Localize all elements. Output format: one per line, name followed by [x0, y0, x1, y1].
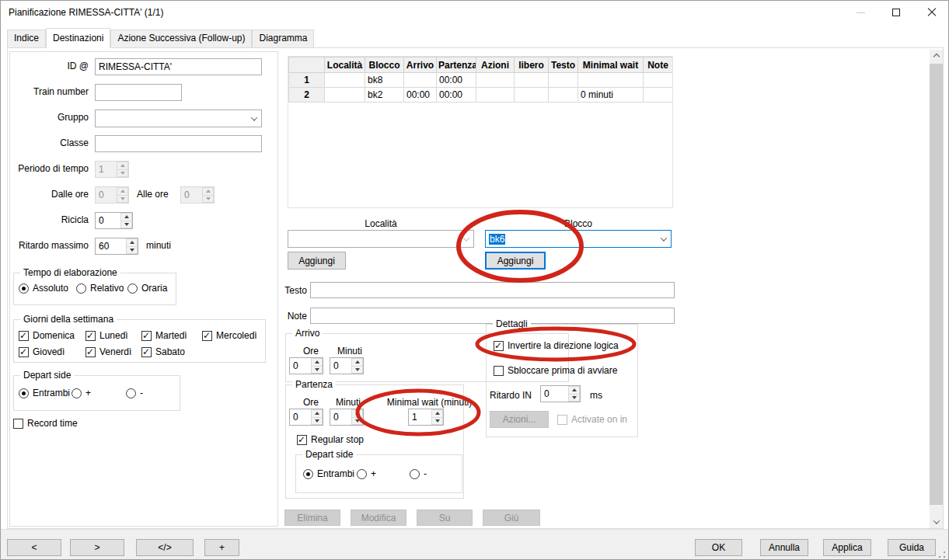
spinner-down-icon[interactable] — [120, 221, 132, 229]
tab-diagramma[interactable]: Diagramma — [252, 30, 314, 47]
id-label: ID @ — [8, 61, 89, 71]
col-localita[interactable]: Località — [325, 57, 365, 73]
depart-side-title: Depart side — [302, 449, 356, 460]
radio-icon — [19, 388, 29, 398]
localita-combo[interactable] — [288, 230, 474, 248]
tab-indice[interactable]: Indice — [7, 30, 46, 47]
maximize-button[interactable] — [878, 1, 914, 24]
col-testo[interactable]: Testo — [549, 57, 578, 73]
resize-grip[interactable] — [938, 551, 946, 558]
arrivo-ore-spinner[interactable]: 0 — [289, 357, 323, 374]
col-partenza[interactable]: Partenza — [437, 57, 476, 73]
checkbox-invertire-direzione[interactable]: Invertire la direzione logica — [494, 340, 619, 351]
spinner-up-icon[interactable] — [431, 409, 443, 418]
checkbox-martedi[interactable]: Martedì — [141, 330, 187, 341]
checkbox-domenica[interactable]: Domenica — [19, 330, 75, 341]
spinner-up-icon[interactable] — [311, 409, 323, 418]
spinner-down-icon[interactable] — [431, 418, 443, 426]
col-libero[interactable]: libero — [515, 57, 549, 73]
partenza-title: Partenza — [292, 379, 336, 390]
spinner-up-icon[interactable] — [311, 358, 323, 367]
spinner-up-icon[interactable] — [120, 213, 132, 221]
ok-button[interactable]: OK — [695, 539, 742, 556]
gruppo-combo[interactable] — [95, 110, 262, 127]
spinner-down-icon[interactable] — [311, 367, 323, 374]
destinations-list[interactable]: Località Blocco Arrivo Partenza Azioni l… — [288, 56, 673, 208]
col-note[interactable]: Note — [644, 57, 673, 73]
radio-icon — [410, 469, 420, 479]
aggiungi-localita-button[interactable]: Aggiungi — [288, 252, 346, 270]
partenza-minuti-spinner[interactable]: 0 — [330, 409, 364, 426]
ritardo-massimo-spinner[interactable]: 60 — [95, 238, 138, 255]
spinner-down-icon[interactable] — [311, 418, 323, 426]
col-azioni[interactable]: Azioni — [476, 57, 515, 73]
table-row[interactable]: 1 bk8 00:00 — [289, 73, 673, 88]
table-row[interactable]: 2 bk2 00:00 00:00 0 minuti — [289, 88, 673, 103]
guida-button[interactable]: Guida — [888, 539, 936, 556]
spinner-up-icon[interactable] — [351, 409, 363, 418]
classe-field[interactable] — [95, 135, 262, 152]
train-number-field[interactable] — [95, 84, 182, 101]
radio-minus[interactable]: - — [410, 468, 427, 479]
radio-icon — [72, 388, 82, 398]
checkbox-sabato[interactable]: Sabato — [141, 346, 185, 357]
title-bar[interactable]: Pianificazione RIMESSA-CITTA' (1/1) — [1, 1, 948, 24]
checkbox-lunedi[interactable]: Lunedì — [85, 330, 128, 341]
checkbox-giovedi[interactable]: Giovedì — [19, 346, 65, 357]
modifica-button: Modifica — [351, 510, 406, 526]
code-button[interactable]: </> — [136, 539, 194, 556]
scroll-down-button[interactable] — [930, 515, 943, 528]
scrollbar-thumb[interactable] — [930, 64, 943, 505]
spinner-up-icon[interactable] — [126, 238, 138, 247]
spinner-up-icon[interactable] — [568, 386, 580, 395]
prev-button[interactable]: < — [7, 539, 61, 556]
col-minimal-wait[interactable]: Minimal wait — [578, 57, 644, 73]
col-blocco[interactable]: Blocco — [365, 57, 404, 73]
radio-plus[interactable]: + — [357, 468, 376, 479]
radio-plus-left[interactable]: + — [72, 388, 91, 398]
annulla-button[interactable]: Annulla — [760, 539, 808, 556]
blocco-combo[interactable]: bk6 — [485, 230, 672, 248]
spinner-down-icon[interactable] — [126, 247, 138, 255]
tab-destinazioni[interactable]: Destinazioni — [46, 28, 110, 48]
vertical-scrollbar[interactable] — [930, 50, 943, 528]
spinner-down-icon[interactable] — [568, 395, 580, 402]
checkbox-mercoledi[interactable]: Mercoledì — [202, 330, 257, 341]
checkbox-icon — [85, 331, 96, 341]
close-button[interactable] — [914, 1, 949, 24]
radio-entrambi-left[interactable]: Entrambi — [19, 388, 70, 398]
minimize-button[interactable] — [843, 1, 878, 24]
partenza-ore-label: Ore — [303, 397, 319, 408]
radio-oraria[interactable]: Oraria — [127, 283, 167, 294]
checkbox-regular-stop[interactable]: Regular stop — [297, 434, 364, 445]
radio-relativo[interactable]: Relativo — [76, 283, 124, 294]
aggiungi-blocco-button[interactable]: Aggiungi — [485, 252, 546, 270]
testo-field[interactable] — [310, 282, 675, 298]
ritardo-in-unit: ms — [590, 390, 602, 401]
spinner-down-icon[interactable] — [351, 367, 363, 374]
radio-icon — [357, 469, 367, 479]
tab-azione-successiva[interactable]: Azione Successiva (Follow-up) — [110, 30, 252, 47]
ricicla-spinner[interactable]: 0 — [95, 212, 133, 229]
checkbox-record-time[interactable]: Record time — [13, 418, 78, 429]
id-field[interactable] — [95, 58, 262, 75]
add-button[interactable]: + — [204, 539, 239, 556]
checkbox-sbloccare[interactable]: Sbloccare prima di avviare — [494, 365, 617, 376]
scroll-up-button[interactable] — [930, 50, 943, 63]
checkbox-icon — [85, 347, 96, 357]
minimal-wait-spinner[interactable]: 1 — [408, 409, 444, 426]
next-button[interactable]: > — [70, 539, 124, 556]
radio-entrambi[interactable]: Entrambi — [303, 468, 354, 479]
col-rownum[interactable] — [289, 57, 325, 73]
col-arrivo[interactable]: Arrivo — [404, 57, 437, 73]
radio-assoluto[interactable]: Assoluto — [19, 283, 68, 294]
spinner-up-icon[interactable] — [351, 358, 363, 367]
arrivo-minuti-spinner[interactable]: 0 — [330, 357, 364, 374]
checkbox-venerdi[interactable]: Venerdì — [85, 346, 131, 357]
radio-minus-left[interactable]: - — [126, 388, 143, 398]
partenza-ore-spinner[interactable]: 0 — [289, 409, 323, 426]
alle-ore-label: Alle ore — [137, 189, 169, 200]
applica-button[interactable]: Applica — [823, 539, 871, 556]
spinner-down-icon[interactable] — [351, 418, 363, 426]
ritardo-in-spinner[interactable]: 0 — [540, 385, 581, 402]
